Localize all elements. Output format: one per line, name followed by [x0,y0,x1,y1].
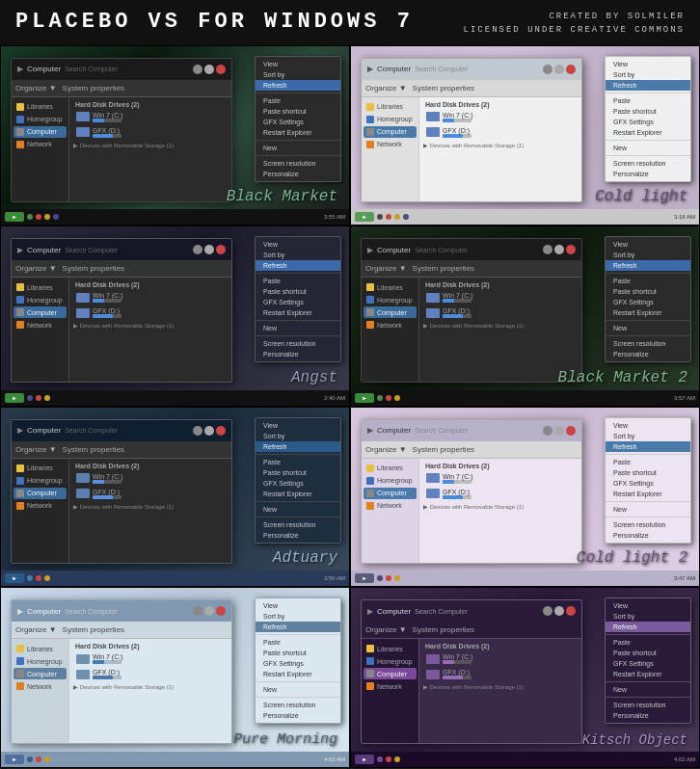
taskbar: ▶ 3:50 AM [1,570,349,586]
content: Hard Disk Drives (2) Win 7 (C:) GFX (D:)… [69,278,231,382]
window-preview: ▶ Computer Search Computer Organize ▼Sys… [11,419,232,564]
theme-name-label: Cold light 2 [577,549,687,567]
sidebar: Libraries Homegroup Computer Network [362,459,419,563]
sidebar: Libraries Homegroup Computer Network [362,278,419,382]
sidebar: Libraries Homegroup Computer Network [12,278,69,382]
sidebar-network: Network [363,139,417,150]
context-menu: View Sort by Refresh Paste Paste shortcu… [605,417,691,544]
toolbar: Organize ▼System properties [12,622,231,639]
context-menu: View Sort by Refresh Paste Paste shortcu… [605,236,691,362]
taskbar: ▶ 4:02 AM [351,752,699,767]
theme-adtuary: ▶ Computer Search Computer Organize ▼Sys… [0,407,350,588]
sidebar: Libraries Homegroup Computer Network [12,459,69,563]
header: PLACEBO VS FOR WINDOWS 7 CREATED BY SOLM… [0,0,700,45]
header-subtitle: CREATED BY SOLMILER LICENSED UNDER CREAT… [464,10,685,38]
sidebar: Libraries Homegroup Computer Network [12,639,69,743]
theme-name-label: Cold light [595,188,687,205]
context-menu: View Sort by Refresh Paste Paste shortcu… [255,236,341,362]
titlebar: ▶ Computer Search Computer [12,600,231,622]
theme-name-label: Pure Morning [233,731,337,748]
sidebar-computer: Computer [363,126,417,138]
theme-black-market: ▶ Computer Search Computer Organize ▼Sys… [0,45,350,226]
titlebar: ▶ Computer Search Computer [362,59,581,80]
toolbar: Organize ▼System properties [362,622,581,639]
titlebar: ▶ Computer Search Computer [12,420,231,441]
content: Hard Disk Drives (2) Win 7 (C:) GFX (D:)… [419,97,581,201]
context-menu: View Sort by Refresh Paste Paste shortcu… [605,56,691,182]
window-preview: ▶ Computer Search Computer Organize ▼Sys… [11,238,232,383]
context-menu: View Sort by Refresh Paste Paste shortcu… [605,597,691,724]
context-menu: View Sort by Refresh Paste Paste shortcu… [255,56,341,182]
content: Hard Disk Drives (2) Win 7 (C:) GFX (D:)… [69,459,231,563]
sidebar-network: Network [13,139,67,150]
window-preview: ▶ Computer Search Computer Organize ▼Sys… [361,238,582,383]
theme-black-market2: ▶ Computer Search Computer Organize ▼Sys… [350,225,700,407]
sidebar-libraries: Libraries [13,101,67,113]
sidebar-homegroup: Homegroup [363,114,417,125]
themes-grid: ▶ Computer Search Computer Organize ▼Sys… [0,45,700,768]
content: Hard Disk Drives (2) Win 7 (C:) GFX (D:)… [69,639,231,743]
taskbar: ▶ 3:55 AM [1,209,349,225]
theme-name-label: Adtuary [273,549,337,567]
toolbar: Organize ▼System properties [362,260,581,278]
sidebar: Libraries Homegroup Computer Network [362,97,419,201]
taskbar: ▶ 4:03 AM [1,752,349,767]
app-title: PLACEBO VS FOR WINDOWS 7 [15,10,414,34]
window-preview: ▶ Computer Search Computer Organize ▼Sys… [361,58,582,202]
sidebar-computer: Computer [13,126,67,138]
sidebar: Libraries Homegroup Computer Network [12,97,69,201]
content: Hard Disk Drives (2) Win 7 (C:) GFX (D:)… [419,639,581,743]
titlebar: ▶ Computer Search Computer [12,59,231,80]
theme-name-label: Angst [291,369,337,386]
theme-cold-light2: ▶ Computer Search Computer Organize ▼Sys… [350,407,700,588]
taskbar: ▶ 3:57 AM [351,390,699,406]
sidebar: Libraries Homegroup Computer Network [362,639,419,743]
window-preview: ▶ Computer Search Computer Organize ▼Sys… [361,599,582,744]
sidebar-homegroup: Homegroup [13,114,67,125]
sidebar-libraries: Libraries [363,101,417,113]
toolbar: Organize ▼System properties [12,80,231,97]
theme-name-label: Black Market [227,188,337,205]
content: Hard Disk Drives (2) Win 7 (C:) GFX (D:)… [419,278,581,382]
taskbar: ▶ 3:47 AM [351,570,699,586]
titlebar: ▶ Computer Search Computer [12,239,231,260]
window-preview: ▶ Computer Search Computer Organize ▼Sys… [361,419,582,564]
titlebar: ▶ Computer Search Computer [362,239,581,260]
taskbar: ▶ 3:18 AM [351,209,699,225]
theme-pure-morning: ▶ Computer Search Computer Organize ▼Sys… [0,587,350,768]
toolbar: Organize ▼System properties [362,80,581,97]
taskbar: ▶ 2:40 AM [1,390,349,406]
titlebar: ▶ Computer Search Computer [362,600,581,622]
theme-cold-light: ▶ Computer Search Computer Organize ▼Sys… [350,45,700,226]
window-preview: ▶ Computer Search Computer Organize ▼Sys… [11,58,232,202]
toolbar: Organize ▼System properties [12,260,231,278]
toolbar: Organize ▼System properties [12,441,231,459]
content: Hard Disk Drives (2) Win 7 (C:) GFX (D:)… [419,459,581,563]
theme-name-label: Black Market 2 [558,369,687,386]
context-menu: View Sort by Refresh Paste Paste shortcu… [255,597,341,724]
context-menu: View Sort by Refresh Paste Paste shortcu… [255,417,341,544]
content: Hard Disk Drives (2) Win 7 (C:) GFX (D:)… [69,97,231,201]
theme-kitsch-object: ▶ Computer Search Computer Organize ▼Sys… [350,587,700,768]
theme-name-label: Kitsch Object [582,732,687,748]
window-preview: ▶ Computer Search Computer Organize ▼Sys… [11,599,232,744]
toolbar: Organize ▼System properties [362,441,581,459]
theme-angst: ▶ Computer Search Computer Organize ▼Sys… [0,225,350,407]
titlebar: ▶ Computer Search Computer [362,420,581,441]
